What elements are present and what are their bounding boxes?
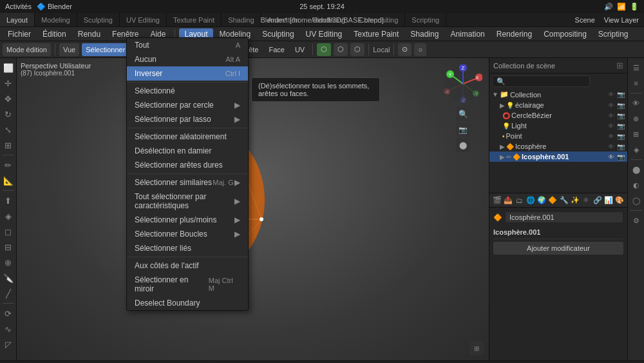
icosphere-expand-icon[interactable]: ▶ xyxy=(500,143,505,150)
view-icon-right[interactable]: 👁 xyxy=(629,96,643,110)
knifetool-icon[interactable]: 🔪 xyxy=(1,271,15,285)
uv-menu-btn[interactable]: UV xyxy=(291,43,308,56)
move-icon[interactable]: ✥ xyxy=(1,92,15,106)
scene-label[interactable]: Scene xyxy=(575,16,595,24)
toolbar-toggle-icon[interactable]: ☰ xyxy=(629,61,643,75)
tree-item[interactable]: ⭕ CercleBézier 👁 📷 xyxy=(489,110,627,121)
menu-boucles[interactable]: Sélectionner Boucles ▶ xyxy=(127,227,248,241)
tab-layout[interactable]: Layout xyxy=(0,13,35,26)
menu-similaires[interactable]: Sélectionner similaires Maj. G ▶ xyxy=(127,175,248,190)
material-shade-icon[interactable]: ◐ xyxy=(629,178,643,192)
bevel-icon[interactable]: ◻ xyxy=(1,224,15,239)
options-icon[interactable]: ⚙ xyxy=(629,213,643,228)
object-props-icon[interactable]: 🔶 xyxy=(548,195,558,206)
face-mode-btn[interactable]: ⬡ xyxy=(350,43,365,56)
outliner-filter-icon[interactable]: ⊞ xyxy=(616,61,623,70)
rendered-shade-icon[interactable]: ◯ xyxy=(629,193,643,208)
output-props-icon[interactable]: 📤 xyxy=(503,195,513,206)
menu-tout-caract[interactable]: Tout sélectionner par caractéristiques ▶ xyxy=(127,190,248,213)
icosphere-vis-icon[interactable]: 👁 xyxy=(608,143,614,150)
data-props-icon[interactable]: 📊 xyxy=(603,195,613,206)
loop-cut-icon[interactable]: ⊟ xyxy=(1,240,15,254)
light-vis-icon[interactable]: 👁 xyxy=(608,123,614,130)
menu-compositing[interactable]: Compositing xyxy=(538,28,592,40)
scene-props-icon[interactable]: 🌐 xyxy=(526,195,535,206)
snap-btn[interactable]: ⊙ xyxy=(398,43,412,56)
zoom-in-icon[interactable]: 🔍 xyxy=(456,107,470,121)
view-layer-props-icon[interactable]: 🗂 xyxy=(515,195,524,206)
tab-shading[interactable]: Shading xyxy=(222,13,261,26)
selectionner-menu-btn[interactable]: Sélectionner xyxy=(82,43,129,56)
menu-cercle[interactable]: Sélectionner par cercle ▶ xyxy=(127,98,248,112)
measure-icon[interactable]: 📐 xyxy=(1,173,15,188)
menu-animation[interactable]: Animation xyxy=(445,28,489,40)
mode-edition-btn[interactable]: Mode édition xyxy=(3,43,51,56)
menu-tout[interactable]: Tout A xyxy=(127,38,248,52)
inset-icon[interactable]: ◈ xyxy=(1,209,15,223)
particles-props-icon[interactable]: ✨ xyxy=(570,195,580,206)
solid-shade-icon[interactable]: ⬤ xyxy=(629,162,643,177)
xray-icon[interactable]: ◈ xyxy=(629,142,643,157)
selectionner-dropdown[interactable]: Tout A Aucun Alt A Inverser Ctrl I Sélec… xyxy=(126,37,249,311)
smooth-icon[interactable]: ∿ xyxy=(1,322,15,336)
network-icon[interactable]: 📶 xyxy=(617,3,626,11)
activities-label[interactable]: Activités xyxy=(5,3,32,10)
blender-app-label[interactable]: 🔷 Blender xyxy=(37,3,72,11)
menu-lies[interactable]: Sélectionner liés xyxy=(127,241,248,255)
world-props-icon[interactable]: 🌍 xyxy=(536,195,546,206)
scale-icon[interactable]: ⤡ xyxy=(1,123,15,137)
menu-plus-moins[interactable]: Sélectionner plus/moins ▶ xyxy=(127,213,248,227)
tab-modeling[interactable]: Modeling xyxy=(35,13,77,26)
volume-icon[interactable]: 🔊 xyxy=(604,3,613,11)
modifier-props-icon[interactable]: 🔧 xyxy=(559,195,569,206)
viewport[interactable]: Perspective Utilisateur (87) Icosphère.0… xyxy=(17,58,489,360)
offset-icon[interactable]: ⊕ xyxy=(1,255,15,270)
menu-selectionne[interactable]: Sélectionné xyxy=(127,84,248,98)
menu-sculpture[interactable]: Sculpting xyxy=(257,28,299,40)
view-fit-icon[interactable]: ⊞ xyxy=(469,341,484,355)
icosphere001-vis-icon[interactable]: 👁 xyxy=(608,153,614,161)
tree-item[interactable]: ▼ 📁 Collection 👁 📷 xyxy=(489,89,627,100)
eclairage-render-icon[interactable]: 📷 xyxy=(617,102,625,109)
tree-item[interactable]: ▶ ✏ 🔶 Icosphère.001 👁 📷 xyxy=(489,152,627,162)
vue-btn[interactable]: Vue xyxy=(59,43,79,56)
select-box-icon[interactable]: ⬜ xyxy=(1,61,15,75)
point-vis-icon[interactable]: 👁 xyxy=(608,133,614,140)
tab-texture-paint[interactable]: Texture Paint xyxy=(167,13,222,26)
menu-cotes[interactable]: Aux côtés de l'actif xyxy=(127,259,248,273)
menu-aretes-dures[interactable]: Sélectionner arêtes dures xyxy=(127,158,248,172)
edge-mode-btn[interactable]: ⬡ xyxy=(334,43,348,56)
sidebar-toggle-icon[interactable]: ≡ xyxy=(629,76,643,90)
menu-aleatoire[interactable]: Sélectionner aléatoirement xyxy=(127,130,248,144)
tree-item[interactable]: 💡 Light 👁 📷 xyxy=(489,121,627,131)
menu-lasso[interactable]: Sélectionner par lasso ▶ xyxy=(127,112,248,126)
axis-gizmo[interactable]: X Y Z -X -Y -Z xyxy=(444,64,482,103)
icosphere001-render-icon[interactable]: 📷 xyxy=(617,153,625,161)
render-props-icon[interactable]: 🎬 xyxy=(492,195,502,206)
menu-rendu2[interactable]: Rendering xyxy=(491,28,537,40)
tree-item[interactable]: • Point 👁 📷 xyxy=(489,131,627,141)
rotate-icon[interactable]: ↻ xyxy=(1,107,15,121)
icosphere-render-icon[interactable]: 📷 xyxy=(617,143,625,150)
face-menu-btn[interactable]: Face xyxy=(265,43,288,56)
collection-expand-icon[interactable]: ▼ xyxy=(492,91,498,98)
proportional-btn[interactable]: ○ xyxy=(414,43,426,56)
collection-vis-icon[interactable]: 👁 xyxy=(608,91,614,98)
menu-uv[interactable]: UV Editing xyxy=(301,28,348,40)
menu-damier[interactable]: Désélection en damier xyxy=(127,144,248,158)
point-render-icon[interactable]: 📷 xyxy=(617,133,625,140)
menu-edition[interactable]: Édition xyxy=(37,28,71,40)
menu-rendu[interactable]: Rendu xyxy=(73,28,106,40)
material-props-icon[interactable]: 🎨 xyxy=(615,195,625,206)
viewlayer-label[interactable]: View Layer xyxy=(604,16,639,24)
overlay-icon[interactable]: ⊞ xyxy=(629,127,643,141)
gizmo-icon[interactable]: ⊕ xyxy=(629,112,643,126)
cursor-icon[interactable]: ✛ xyxy=(1,76,15,90)
annotate-icon[interactable]: ✏ xyxy=(1,158,15,172)
tab-uv-editing[interactable]: UV Editing xyxy=(120,13,167,26)
outliner-search-input[interactable] xyxy=(492,75,590,87)
eclairage-vis-icon[interactable]: 👁 xyxy=(608,102,614,109)
icosphere001-expand-icon[interactable]: ▶ xyxy=(500,153,505,161)
constraints-props-icon[interactable]: 🔗 xyxy=(592,195,602,206)
menu-deselect-boundary[interactable]: Deselect Boundary xyxy=(127,296,248,310)
